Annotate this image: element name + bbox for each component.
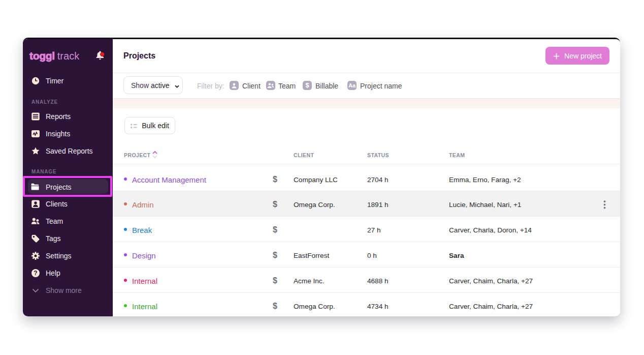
svg-text:?: ?	[34, 270, 37, 277]
